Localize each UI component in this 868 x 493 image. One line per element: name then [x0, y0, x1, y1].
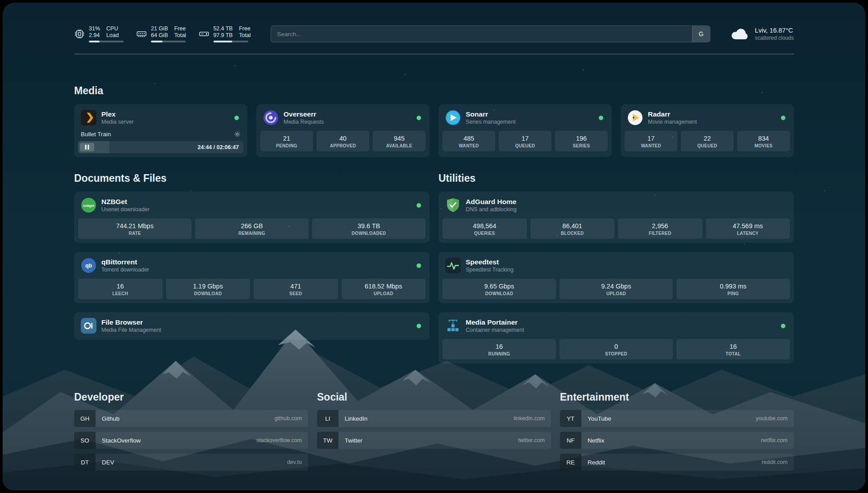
bookmark-netflix[interactable]: NF Netflix netflix.com — [560, 432, 794, 449]
stat-label: RATE — [80, 231, 190, 236]
service-description: Movie management — [648, 118, 697, 125]
stat-queued: 17 QUEUED — [499, 131, 551, 151]
service-link-portainer[interactable]: Media Portainer Container management — [442, 316, 790, 339]
bookmark-url: twitter.com — [518, 437, 545, 443]
bookmark-url: linkedin.com — [514, 415, 545, 422]
stat-label: QUEUED — [683, 143, 732, 148]
stat-label: REMAINING — [197, 231, 307, 236]
stat-filtered: 2,956 FILTERED — [618, 218, 702, 239]
service-name: Overseerr — [284, 110, 324, 118]
stat-label: BLOCKED — [532, 231, 613, 236]
stat-value: 9.24 Gbps — [561, 282, 671, 290]
service-card-portainer: Media Portainer Container management 16 … — [438, 312, 794, 363]
resource-widgets: 31% 2.94 CPU Load — [74, 25, 251, 42]
bookmark-abbr: TW — [317, 432, 338, 449]
resource-label: Free — [174, 25, 186, 32]
bookmark-name: DEV — [102, 459, 114, 466]
bookmark-name: Reddit — [588, 459, 605, 466]
media-player-bar[interactable]: 24:44 / 02:06:47 — [78, 141, 243, 153]
search-provider-button[interactable]: G — [692, 26, 710, 42]
bookmark-youtube[interactable]: YT YouTube youtube.com — [560, 410, 794, 427]
stat-queries: 498,564 QUERIES — [442, 218, 527, 239]
stat-value: 16 — [80, 282, 161, 290]
bookmark-abbr: GH — [74, 410, 96, 427]
weather-condition: scattered clouds — [755, 34, 794, 42]
stat-value: 0.993 ms — [678, 282, 788, 290]
bookmark-linkedin[interactable]: LI LinkedIn linkedin.com — [317, 410, 551, 427]
stat-label: QUEUED — [501, 143, 550, 148]
cpu-progress-bar — [89, 41, 124, 42]
service-card-plex: Plex Media server Bullet Train — [74, 104, 247, 157]
stat-value: 16 — [678, 343, 788, 351]
bookmark-github[interactable]: GH Github github.com — [74, 410, 308, 427]
bookmark-url: stackoverflow.com — [256, 437, 302, 443]
stat-value: 834 — [739, 134, 788, 142]
stat-label: DOWNLOAD — [168, 291, 249, 296]
bookmark-twitter[interactable]: TW Twitter twitter.com — [317, 432, 551, 449]
stat-stopped: 0 STOPPED — [559, 339, 673, 359]
service-description: Series management — [466, 118, 516, 125]
weather-location: Lviv, 16.87°C — [755, 26, 794, 34]
bookmark-name: Github — [102, 415, 120, 422]
adguard-icon — [445, 197, 461, 213]
stat-label: SEED — [255, 291, 336, 296]
stat-download: 1.19 Gbps DOWNLOAD — [166, 279, 250, 299]
bookmark-stackoverflow[interactable]: SO StackOverflow stackoverflow.com — [74, 432, 308, 449]
service-description: Torrent downloader — [101, 266, 149, 273]
service-card-filebrowser: File Browser Media File Management — [74, 312, 430, 340]
bookmark-url: dev.to — [287, 459, 302, 465]
top-bar: 31% 2.94 CPU Load — [74, 16, 794, 54]
resource-value: 97.9 TB — [213, 32, 233, 39]
stat-label: APPROVED — [318, 143, 367, 148]
stat-label: WANTED — [626, 143, 676, 148]
section-title-social: Social — [317, 391, 551, 403]
stat-value: 17 — [626, 134, 676, 142]
svg-text:qb: qb — [85, 263, 92, 269]
service-link-qbittorrent[interactable]: qb qBittorrent Torrent downloader — [78, 255, 426, 279]
service-link-sonarr[interactable]: Sonarr Series management — [442, 108, 608, 131]
stat-value: 21 — [262, 134, 311, 142]
search-input[interactable] — [271, 25, 710, 42]
bookmark-abbr: YT — [560, 410, 581, 427]
service-link-adguard[interactable]: AdGuard Home DNS and adblocking — [442, 195, 790, 218]
service-link-plex[interactable]: Plex Media server — [78, 108, 243, 131]
bookmark-name: LinkedIn — [345, 415, 367, 422]
stat-running: 16 RUNNING — [442, 339, 556, 359]
bookmark-url: reddit.com — [762, 459, 788, 465]
stat-download: 9.65 Gbps DOWNLOAD — [442, 279, 556, 299]
service-description: Container management — [466, 326, 524, 334]
stat-value: 47.569 ms — [708, 222, 789, 230]
overseerr-icon — [263, 110, 279, 125]
bookmark-name: YouTube — [588, 415, 611, 422]
section-title-entertainment: Entertainment — [560, 391, 794, 403]
service-name: AdGuard Home — [466, 197, 517, 206]
stat-value: 40 — [318, 134, 367, 142]
service-link-radarr[interactable]: Radarr Movie management — [625, 108, 790, 131]
gear-icon[interactable] — [234, 131, 241, 138]
star-specks — [3, 3, 4, 4]
stat-label: SERIES — [557, 143, 606, 148]
stat-wanted: 485 WANTED — [442, 131, 495, 151]
service-card-speedtest: Speedtest Speedtest Tracking 9.65 Gbps D… — [438, 252, 794, 303]
bookmark-dev[interactable]: DT DEV dev.to — [74, 454, 308, 471]
stat-pending: 21 PENDING — [260, 131, 313, 151]
resource-value: 21 GiB — [151, 25, 168, 32]
weather-widget: Lviv, 16.87°C scattered clouds — [730, 26, 794, 42]
pause-button[interactable] — [80, 143, 94, 151]
status-dot — [781, 324, 785, 328]
service-name: qBittorrent — [101, 258, 149, 266]
service-description: Usenet downloader — [101, 206, 150, 213]
service-link-overseerr[interactable]: Overseerr Media Requests — [260, 108, 426, 131]
stat-ping: 0.993 ms PING — [676, 279, 790, 299]
stat-downloaded: 39.6 TB DOWNLOADED — [312, 218, 426, 239]
bookmark-reddit[interactable]: RE Reddit reddit.com — [560, 454, 794, 471]
service-name: Plex — [101, 110, 134, 118]
service-link-filebrowser[interactable]: File Browser Media File Management — [78, 316, 426, 336]
nzbget-icon: nzbget — [81, 197, 96, 213]
stat-remaining: 266 GB REMAINING — [195, 218, 309, 239]
bookmark-group-developer: Developer GH Github github.com SO StackO… — [74, 391, 308, 476]
service-link-speedtest[interactable]: Speedtest Speedtest Tracking — [442, 255, 790, 279]
status-dot — [781, 116, 785, 120]
service-link-nzbget[interactable]: nzbget NZBGet Usenet downloader — [78, 195, 426, 218]
stat-label: UPLOAD — [561, 291, 671, 296]
